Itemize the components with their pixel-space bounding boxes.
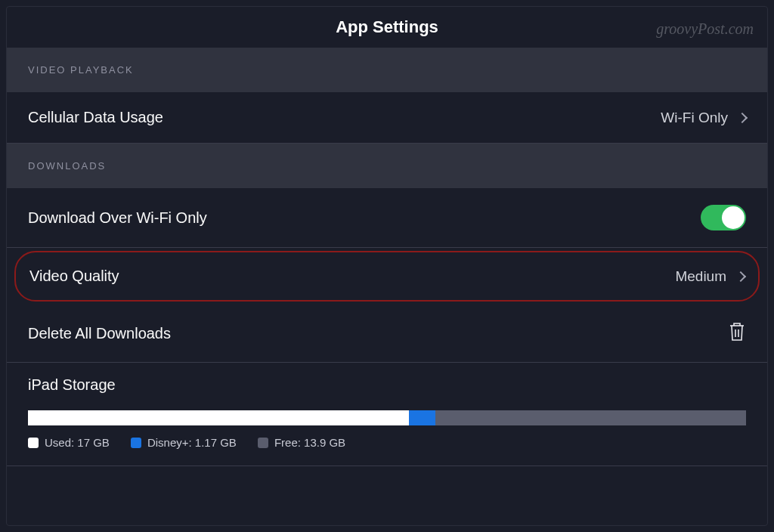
chevron-right-icon xyxy=(735,271,746,281)
page-title: App Settings xyxy=(7,17,767,37)
video-quality-row[interactable]: Video Quality Medium xyxy=(14,251,760,302)
toggle-knob xyxy=(722,206,745,229)
video-quality-value: Medium xyxy=(675,268,726,285)
storage-bar xyxy=(28,410,746,425)
section-video-playback: VIDEO PLAYBACK xyxy=(7,48,767,92)
download-wifi-only-row[interactable]: Download Over Wi-Fi Only xyxy=(7,188,767,248)
cellular-value: Wi-Fi Only xyxy=(661,110,728,126)
legend-free: Free: 13.9 GB xyxy=(258,436,345,449)
cellular-label: Cellular Data Usage xyxy=(28,109,163,126)
legend-free-label: Free: 13.9 GB xyxy=(274,436,345,449)
delete-all-downloads-row[interactable]: Delete All Downloads xyxy=(7,305,767,363)
storage-bar-app xyxy=(409,410,435,425)
legend-app: Disney+: 1.17 GB xyxy=(131,436,237,449)
delete-all-label: Delete All Downloads xyxy=(28,325,171,342)
storage-title: iPad Storage xyxy=(28,376,746,394)
wifi-only-label: Download Over Wi-Fi Only xyxy=(28,209,207,227)
trash-icon xyxy=(728,321,746,345)
header: App Settings groovyPost.com xyxy=(7,7,767,48)
swatch-used-icon xyxy=(28,438,39,448)
watermark: groovyPost.com xyxy=(656,20,754,38)
swatch-app-icon xyxy=(131,438,141,448)
storage-legend: Used: 17 GB Disney+: 1.17 GB Free: 13.9 … xyxy=(28,436,746,449)
section-downloads: DOWNLOADS xyxy=(7,144,767,188)
swatch-free-icon xyxy=(258,438,268,448)
video-quality-label: Video Quality xyxy=(29,268,119,285)
storage-bar-used xyxy=(28,410,409,425)
legend-app-label: Disney+: 1.17 GB xyxy=(147,436,237,449)
legend-used: Used: 17 GB xyxy=(28,436,110,449)
storage-section: iPad Storage Used: 17 GB Disney+: 1.17 G… xyxy=(7,363,767,466)
storage-bar-free xyxy=(435,410,746,425)
cellular-data-usage-row[interactable]: Cellular Data Usage Wi-Fi Only xyxy=(7,92,767,144)
wifi-only-toggle[interactable] xyxy=(701,205,746,230)
legend-used-label: Used: 17 GB xyxy=(45,436,110,449)
chevron-right-icon xyxy=(737,112,748,122)
